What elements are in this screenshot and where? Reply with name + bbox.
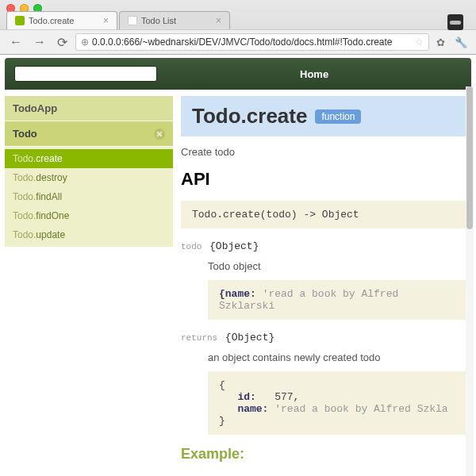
- page-header: Home: [5, 58, 471, 90]
- param-example-code: {name: {name: 'read a book by Alfred Szk…: [208, 280, 471, 320]
- param-label: todo: [181, 242, 202, 251]
- back-button[interactable]: ←: [6, 35, 25, 49]
- returns-description: an object contains newly created todo: [208, 351, 471, 363]
- page-title: Todo.create: [192, 104, 307, 129]
- sidebar-item-destroy[interactable]: Todo.destroy: [5, 168, 173, 187]
- search-input[interactable]: [14, 66, 157, 82]
- item-prefix: Todo.: [13, 172, 36, 183]
- scrollbar-thumb[interactable]: [466, 86, 473, 229]
- url-text: 0.0.0.0:666/~wbednarski/DEV/JMVC/Todo/to…: [92, 36, 393, 48]
- returns-example-code: { id: 577, name: 'read a book by Alfred …: [208, 371, 471, 435]
- home-link[interactable]: Home: [300, 68, 328, 80]
- tab-close-icon[interactable]: ×: [103, 16, 109, 25]
- tab-todo-create[interactable]: Todo.create ×: [6, 11, 117, 29]
- sidebar: TodoApp Todo Todo.create Todo.destroy To…: [5, 96, 173, 463]
- sidebar-head-todo[interactable]: Todo: [5, 121, 173, 147]
- returns-type: {Object}: [225, 332, 274, 344]
- main-content: Todo.create function Create todo API Tod…: [181, 96, 471, 463]
- returns-row: returns {Object}: [181, 331, 471, 344]
- sidebar-head-label: TodoApp: [13, 102, 57, 114]
- tab-title: Todo.create: [29, 16, 99, 25]
- param-type: {Object}: [209, 240, 259, 252]
- sidebar-item-update[interactable]: Todo.update: [5, 225, 173, 244]
- item-prefix: Todo.: [13, 229, 36, 240]
- sidebar-item-findone[interactable]: Todo.findOne: [5, 206, 173, 225]
- tab-title: Todo List: [141, 16, 212, 25]
- returns-label: returns: [181, 333, 217, 343]
- sidebar-head-todoapp[interactable]: TodoApp: [5, 96, 173, 121]
- extension-ninja-icon[interactable]: [447, 14, 463, 30]
- tab-todo-list[interactable]: Todo List ×: [119, 11, 230, 29]
- address-bar[interactable]: ⊕ 0.0.0.0:666/~wbednarski/DEV/JMVC/Todo/…: [75, 33, 429, 51]
- reload-button[interactable]: ⟳: [54, 35, 71, 50]
- example-heading: Example:: [181, 446, 471, 463]
- close-icon[interactable]: [154, 129, 165, 140]
- sidebar-list: Todo.create Todo.destroy Todo.findAll To…: [5, 147, 173, 247]
- item-name: update: [36, 229, 65, 240]
- signature-code: Todo.create(todo) -> Object: [181, 201, 471, 228]
- item-name: findAll: [36, 191, 62, 202]
- item-name: findOne: [36, 210, 69, 221]
- favicon-icon: [15, 16, 25, 25]
- item-name: create: [36, 153, 62, 164]
- api-heading: API: [181, 169, 471, 190]
- wrench-icon[interactable]: 🔧: [452, 36, 470, 48]
- favicon-icon: [128, 16, 137, 25]
- param-todo: todo {Object}: [181, 240, 471, 252]
- globe-icon: ⊕: [81, 36, 89, 48]
- tab-close-icon[interactable]: ×: [216, 16, 221, 25]
- vertical-scrollbar[interactable]: [466, 86, 474, 476]
- sidebar-item-findall[interactable]: Todo.findAll: [5, 187, 173, 206]
- bookmark-star-icon[interactable]: ☆: [415, 36, 424, 48]
- description: Create todo: [181, 146, 471, 158]
- param-description: Todo object: [208, 260, 471, 272]
- item-prefix: Todo.: [13, 210, 36, 221]
- item-name: destroy: [36, 172, 67, 183]
- sidebar-item-create[interactable]: Todo.create: [5, 149, 173, 168]
- forward-button[interactable]: →: [30, 35, 49, 49]
- item-prefix: Todo.: [13, 153, 36, 164]
- type-badge: function: [315, 109, 361, 124]
- item-prefix: Todo.: [13, 191, 36, 202]
- title-bar: Todo.create function: [181, 96, 471, 136]
- settings-gear-icon[interactable]: ✿: [434, 36, 447, 48]
- sidebar-head-label: Todo: [13, 128, 37, 140]
